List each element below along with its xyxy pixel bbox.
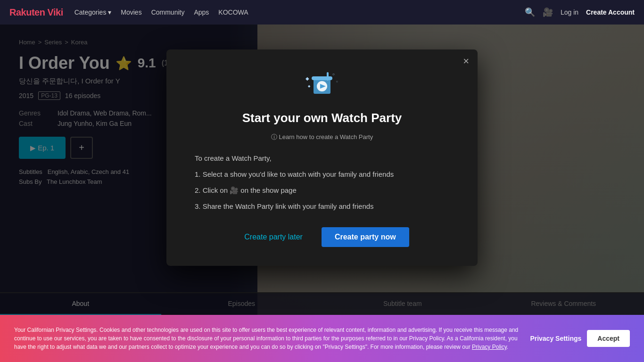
modal-icon-wrap: ◆ ○ ○ ◆ [185,68,459,101]
privacy-banner: Your Californian Privacy Settings. Cooki… [0,315,644,362]
modal-backdrop: × ◆ ○ ○ ◆ Start your own Watch Party [0,0,644,315]
instruction-step3: 3. Share the Watch Party link with your … [195,201,449,212]
instruction-step1: 1. Select a show you'd like to watch wit… [195,169,449,180]
instruction-intro: To create a Watch Party, [195,153,449,164]
svg-text:◆: ◆ [308,84,311,88]
svg-rect-6 [327,72,329,81]
modal-close-button[interactable]: × [463,56,469,66]
modal-title: Start your own Watch Party [185,111,459,125]
modal-actions: Create party later Create party now [185,227,459,247]
create-party-now-button[interactable]: Create party now [322,227,409,247]
create-party-later-button[interactable]: Create party later [235,228,312,246]
privacy-text: Your Californian Privacy Settings. Cooki… [14,326,520,351]
watch-party-icon: ◆ ○ ○ ◆ [303,68,341,101]
privacy-period: . [507,344,508,350]
privacy-actions: Privacy Settings Accept [530,330,630,347]
watch-party-modal: × ◆ ○ ○ ◆ Start your own Watch Party [166,49,478,266]
privacy-policy-link[interactable]: Privacy Policy [472,344,507,350]
svg-text:○: ○ [336,80,338,83]
modal-learn-text[interactable]: ⓘ Learn how to create a Watch Party [271,133,373,141]
modal-learn-link: ⓘ Learn how to create a Watch Party [185,133,459,141]
svg-text:◆: ◆ [305,76,309,81]
accept-button[interactable]: Accept [587,330,630,347]
modal-instructions: To create a Watch Party, 1. Select a sho… [185,153,459,212]
svg-rect-5 [312,76,332,80]
svg-text:○: ○ [332,72,335,76]
instruction-step2: 2. Click on 🎥 on the show page [195,185,449,196]
privacy-settings-button[interactable]: Privacy Settings [530,335,581,342]
privacy-body-text: Your Californian Privacy Settings. Cooki… [14,327,518,350]
